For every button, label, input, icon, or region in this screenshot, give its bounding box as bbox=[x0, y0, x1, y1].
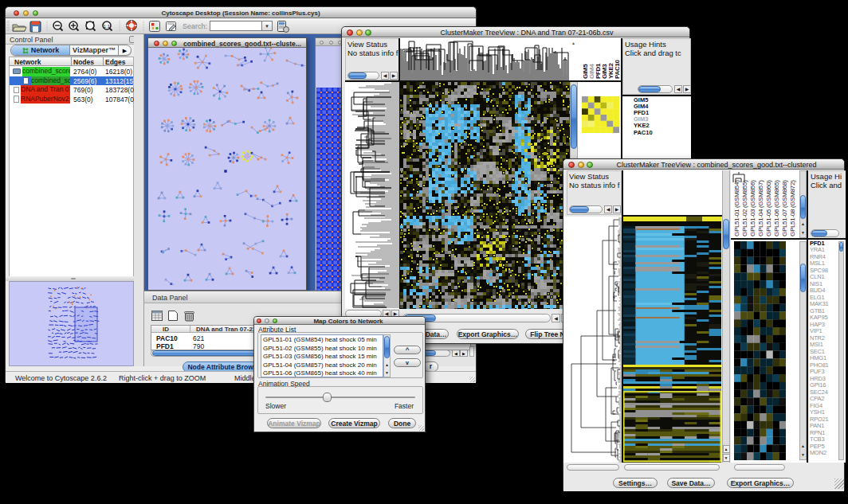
svg-text:1:1: 1:1 bbox=[104, 24, 111, 29]
